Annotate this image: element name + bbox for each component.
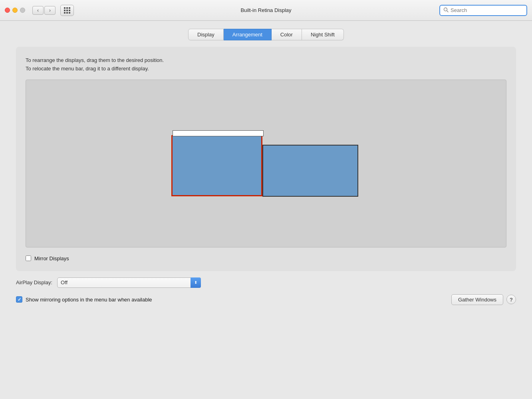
- tab-color[interactable]: Color: [272, 29, 302, 40]
- grid-icon: [64, 7, 70, 14]
- svg-line-1: [447, 11, 448, 12]
- display-secondary[interactable]: [262, 145, 358, 197]
- displays-wrapper: [171, 130, 361, 196]
- tab-arrangement[interactable]: Arrangement: [224, 29, 272, 40]
- show-mirroring-row: ✓ Show mirroring options in the menu bar…: [16, 296, 152, 303]
- help-button[interactable]: ?: [506, 295, 516, 304]
- forward-icon: ›: [49, 8, 51, 13]
- search-icon: [443, 7, 449, 14]
- airplay-label: AirPlay Display:: [16, 279, 52, 285]
- mirror-displays-row: Mirror Displays: [26, 255, 506, 261]
- right-buttons: Gather Windows ?: [451, 294, 516, 305]
- grid-button[interactable]: [60, 5, 74, 16]
- back-icon: ‹: [37, 8, 39, 13]
- show-mirroring-label: Show mirroring options in the menu bar w…: [26, 297, 152, 303]
- tab-display[interactable]: Display: [188, 29, 224, 40]
- nav-buttons: ‹ ›: [32, 6, 56, 15]
- display-main[interactable]: [171, 135, 262, 196]
- titlebar: ‹ › Built-in Retina Display: [0, 0, 532, 21]
- traffic-lights: [5, 8, 25, 13]
- tab-night-shift[interactable]: Night Shift: [302, 29, 344, 40]
- minimize-button[interactable]: [12, 8, 18, 13]
- main-content: Display Arrangement Color Night Shift To…: [0, 21, 532, 399]
- svg-point-0: [444, 8, 447, 11]
- arrangement-description: To rearrange the displays, drag them to …: [26, 56, 506, 73]
- tabs-container: Display Arrangement Color Night Shift: [16, 29, 516, 40]
- airplay-select-wrapper: Off ⬍: [57, 277, 201, 288]
- arrangement-panel: To rearrange the displays, drag them to …: [16, 47, 516, 271]
- close-button[interactable]: [5, 8, 10, 13]
- search-box[interactable]: [439, 5, 527, 16]
- display-menubar: [173, 130, 264, 136]
- gather-windows-button[interactable]: Gather Windows: [451, 294, 503, 305]
- check-icon: ✓: [18, 297, 21, 302]
- bottom-row: ✓ Show mirroring options in the menu bar…: [16, 294, 516, 309]
- window-title: Built-in Retina Display: [240, 7, 291, 13]
- display-area[interactable]: [26, 80, 506, 247]
- show-mirroring-checkbox[interactable]: ✓: [16, 296, 22, 303]
- search-input[interactable]: [451, 7, 523, 13]
- airplay-row: AirPlay Display: Off ⬍: [16, 277, 516, 288]
- maximize-button[interactable]: [20, 8, 25, 13]
- airplay-select[interactable]: Off: [57, 277, 201, 288]
- back-button[interactable]: ‹: [32, 6, 44, 15]
- mirror-displays-label: Mirror Displays: [34, 255, 69, 261]
- forward-button[interactable]: ›: [44, 6, 56, 15]
- mirror-displays-checkbox[interactable]: [26, 255, 31, 261]
